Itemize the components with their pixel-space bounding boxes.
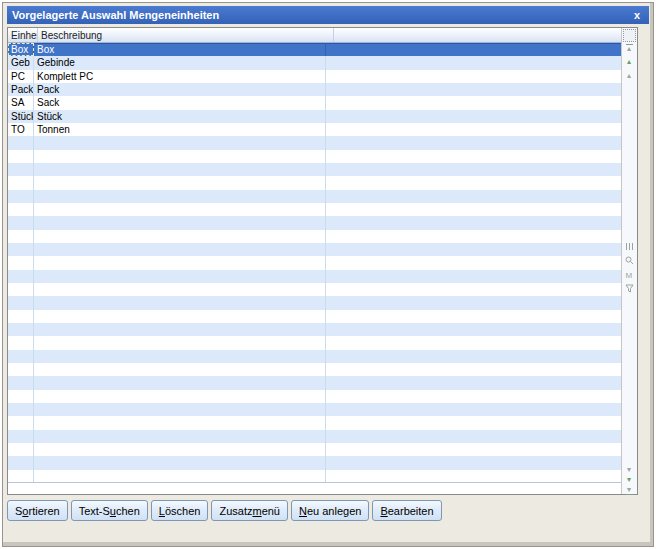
cell-einheit [8,336,34,349]
table-row-empty[interactable] [8,270,622,283]
table-row-empty[interactable] [8,363,622,376]
column-options-icon[interactable] [623,29,636,42]
table-row-empty[interactable] [8,376,622,389]
cell-einheit [8,243,34,256]
title-bar[interactable]: Vorgelagerte Auswahl Mengeneinheiten x [7,6,649,24]
cell-beschreibung [34,256,326,269]
table-row-empty[interactable] [8,430,622,443]
cell-beschreibung [34,270,326,283]
cell-beschreibung [34,230,326,243]
table-row-empty[interactable] [8,296,622,309]
cell-einheit [8,230,34,243]
button-neu-anlegen[interactable]: Neu anlegen [291,500,369,521]
button-text-suchen[interactable]: Text-Suchen [71,500,148,521]
table-row-empty[interactable] [8,216,622,229]
button-l-schen[interactable]: Löschen [151,500,209,521]
button-zusatzmen-[interactable]: Zusatzmenü [211,500,288,521]
cell-rest [326,336,622,349]
scroll-down-icon[interactable]: ▾ [622,476,636,484]
cell-rest [326,136,622,149]
cell-rest [326,256,622,269]
table-row-empty[interactable] [8,230,622,243]
table-row-empty[interactable] [8,310,622,323]
cell-rest [326,416,622,429]
cell-rest [326,270,622,283]
table-row-empty[interactable] [8,323,622,336]
table-row-empty[interactable] [8,136,622,149]
cell-einheit [8,390,34,403]
cell-einheit [8,416,34,429]
dialog-window: Vorgelagerte Auswahl Mengeneinheiten x E… [2,2,654,547]
cell-einheit [8,283,34,296]
table-row[interactable]: PCKomplett PC [8,70,622,83]
scrollbar-tool-strip[interactable]: ▴ ▴ ▴ M ▾ [621,28,637,494]
table-row[interactable]: TOTonnen [8,123,622,136]
cell-rest [326,403,622,416]
table-row[interactable]: StückStück [8,110,622,123]
cell-beschreibung [34,190,326,203]
table-row[interactable]: PackPack [8,83,622,96]
button-sortieren[interactable]: Sortieren [7,500,68,521]
table-row-empty[interactable] [8,190,622,203]
table-row-empty[interactable] [8,470,622,483]
cell-beschreibung [34,310,326,323]
scroll-up-icon[interactable]: ▴ [622,58,636,66]
column-header-empty[interactable] [334,28,622,42]
button-bearbeiten[interactable]: Bearbeiten [372,500,441,521]
table-row-empty[interactable] [8,163,622,176]
table-row-empty[interactable] [8,350,622,363]
table-row[interactable]: SASack [8,96,622,109]
cell-einheit: PC [8,70,34,83]
cell-beschreibung [34,163,326,176]
cell-rest [326,216,622,229]
cell-rest [326,390,622,403]
cell-einheit: SA [8,96,34,109]
table-row-empty[interactable] [8,390,622,403]
table-row-empty[interactable] [8,403,622,416]
table-row-empty[interactable] [8,456,622,469]
cell-rest [326,190,622,203]
cell-beschreibung [34,296,326,309]
column-header-einheit[interactable]: Einheit ▴ [8,28,38,42]
table-row-empty[interactable] [8,243,622,256]
table-row-empty[interactable] [8,283,622,296]
scroll-page-down-icon[interactable]: ▾ [622,466,636,474]
cell-rest [326,56,622,69]
column-header-beschreibung-label: Beschreibung [41,29,102,42]
grid-view-icon[interactable] [622,242,636,251]
cell-rest [326,96,622,109]
cell-einheit [8,150,34,163]
cell-rest [326,323,622,336]
cell-einheit [8,136,34,149]
table-row-empty[interactable] [8,443,622,456]
cell-beschreibung [34,150,326,163]
column-header-beschreibung[interactable]: Beschreibung [38,28,334,42]
cell-rest [326,456,622,469]
scroll-to-top-icon[interactable]: ▴ [622,44,636,53]
filter-icon[interactable] [622,284,636,293]
table-row-empty[interactable] [8,416,622,429]
table-row-empty[interactable] [8,176,622,189]
table-row-empty[interactable] [8,256,622,269]
cell-einheit [8,190,34,203]
table-row-empty[interactable] [8,150,622,163]
cell-rest [326,310,622,323]
cell-rest [326,110,622,123]
search-icon[interactable] [622,256,636,265]
table-header-row: Einheit ▴ Beschreibung [8,28,622,43]
cell-rest [326,470,622,483]
scroll-page-up-icon[interactable]: ▴ [622,72,636,80]
cell-rest [326,430,622,443]
scroll-to-bottom-icon[interactable]: ▾ [622,486,636,495]
table-row-empty[interactable] [8,336,622,349]
cell-rest [326,176,622,189]
cell-einheit [8,296,34,309]
cell-rest [326,123,622,136]
table-row[interactable]: BoxBox [8,43,622,56]
bookmark-icon[interactable]: M [622,270,636,279]
close-icon[interactable]: x [625,9,649,21]
table-row[interactable]: GebGebinde [8,56,622,69]
cell-einheit [8,363,34,376]
column-header-einheit-label: Einheit [11,29,38,42]
table-row-empty[interactable] [8,203,622,216]
